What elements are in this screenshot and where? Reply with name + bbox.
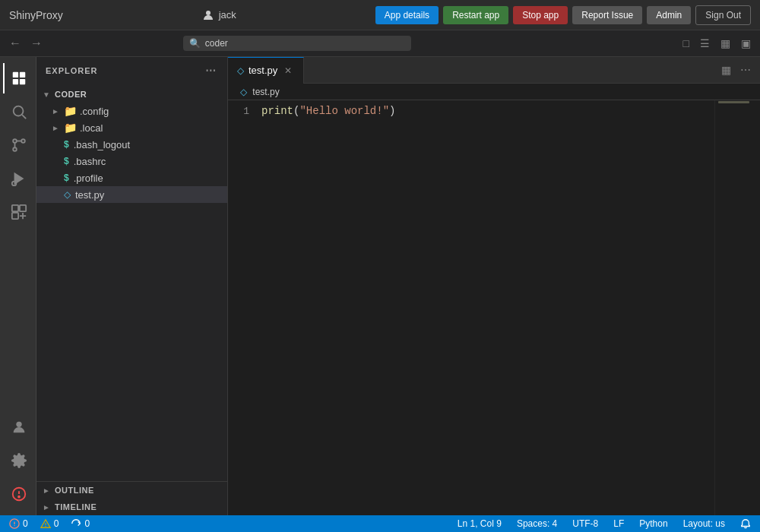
svg-point-8 <box>21 139 25 143</box>
account-icon <box>11 419 27 435</box>
svg-rect-1 <box>12 72 17 78</box>
config-folder[interactable]: ► 📁 .config <box>36 103 227 119</box>
app-details-button[interactable]: App details <box>375 6 439 24</box>
svg-rect-3 <box>12 79 17 84</box>
layout-setting[interactable]: Layout: us <box>680 515 728 532</box>
breadcrumb-file-label: test.py <box>252 87 279 97</box>
search-input[interactable] <box>205 38 405 49</box>
local-folder[interactable]: ► 📁 .local <box>36 119 227 136</box>
breadcrumb-file[interactable]: ◇ test.py <box>240 87 280 97</box>
status-left: 0 0 0 <box>6 515 93 532</box>
bash-logout-file[interactable]: $ .bash_logout <box>36 136 227 153</box>
error-status-icon <box>9 518 20 529</box>
py-file-icon: ◇ <box>64 189 71 200</box>
toggle-sidebar-icon[interactable]: ☰ <box>697 36 713 51</box>
status-sync[interactable]: 0 <box>68 515 93 532</box>
profile-file[interactable]: $ .profile <box>36 169 227 186</box>
test-py-file[interactable]: ◇ test.py <box>36 186 227 203</box>
settings-icon <box>11 452 27 469</box>
cursor-position[interactable]: Ln 1, Col 9 <box>454 515 505 532</box>
bell-icon <box>740 518 751 529</box>
back-arrow[interactable]: ← <box>6 36 24 51</box>
error-indicator[interactable] <box>3 479 33 509</box>
test-py-tab[interactable]: ◇ test.py ✕ <box>228 57 304 84</box>
layout-text: Layout: us <box>683 518 725 529</box>
timeline-section[interactable]: ► TIMELINE <box>36 499 227 515</box>
search-icon <box>11 103 27 120</box>
config-label: .config <box>80 106 109 117</box>
user-icon <box>202 9 214 21</box>
config-chevron-icon: ► <box>52 107 61 116</box>
user-info: jack <box>202 9 236 21</box>
admin-button[interactable]: Admin <box>647 6 691 24</box>
sidebar-bottom: ► OUTLINE ► TIMELINE <box>36 481 227 515</box>
outline-section[interactable]: ► OUTLINE <box>36 482 227 499</box>
tab-py-icon: ◇ <box>237 65 244 76</box>
username: jack <box>219 9 236 21</box>
report-issue-button[interactable]: Report Issue <box>572 6 642 24</box>
folder-icon: 📁 <box>64 122 77 134</box>
more-tab-options-icon[interactable]: ⋯ <box>737 61 754 79</box>
bash-logout-icon: $ <box>64 139 69 150</box>
bashrc-label: .bashrc <box>74 156 106 167</box>
local-chevron-icon: ► <box>52 124 61 132</box>
spaces-setting[interactable]: Spaces: 4 <box>514 515 560 532</box>
line-ending-setting[interactable]: LF <box>610 515 627 532</box>
search-bar[interactable]: 🔍 <box>183 36 411 51</box>
test-py-label: test.py <box>75 189 104 201</box>
status-right: Ln 1, Col 9 Spaces: 4 UTF-8 LF Python La… <box>454 515 754 532</box>
minimap-line-1 <box>718 101 749 103</box>
source-control-icon <box>11 137 27 154</box>
settings-activity-item[interactable] <box>3 445 33 476</box>
status-errors[interactable]: 0 <box>6 515 31 532</box>
local-label: .local <box>80 122 103 134</box>
tab-close-icon[interactable]: ✕ <box>282 65 294 77</box>
code-content[interactable]: print("Hello world!") <box>258 100 714 515</box>
restart-app-button[interactable]: Restart app <box>443 6 508 24</box>
timeline-label: TIMELINE <box>55 502 97 511</box>
main-layout: EXPLORER ⋯ ▼ CODER ► 📁 .config ► 📁 <box>0 57 760 515</box>
breadcrumb-py-icon: ◇ <box>240 87 247 97</box>
svg-rect-4 <box>19 79 24 84</box>
app-name: ShinyProxy <box>9 9 63 21</box>
sign-out-button[interactable]: Sign Out <box>695 5 751 25</box>
tab-bar-right: ▦ ⋯ <box>718 61 760 79</box>
sidebar-header: EXPLORER ⋯ <box>36 57 227 84</box>
stop-app-button[interactable]: Stop app <box>513 6 568 24</box>
nav-arrows: ← → <box>6 36 46 51</box>
root-folder-name: CODER <box>55 90 87 99</box>
tab-bar: ◇ test.py ✕ ▦ ⋯ <box>228 57 760 84</box>
search-activity-item[interactable] <box>3 97 33 127</box>
code-editor[interactable]: 1 print("Hello world!") <box>228 100 760 515</box>
svg-point-15 <box>16 422 21 427</box>
explorer-label: EXPLORER <box>46 66 98 75</box>
encoding-setting[interactable]: UTF-8 <box>569 515 601 532</box>
explorer-activity-item[interactable] <box>3 63 33 93</box>
profile-icon: $ <box>64 173 69 183</box>
bashrc-file[interactable]: $ .bashrc <box>36 153 227 169</box>
account-activity-item[interactable] <box>3 412 33 442</box>
svg-point-18 <box>18 496 20 498</box>
profile-label: .profile <box>74 173 103 184</box>
editor-layout-icon[interactable]: ▦ <box>717 36 733 51</box>
forward-arrow[interactable]: → <box>27 36 46 51</box>
breadcrumb: ◇ test.py <box>228 84 760 100</box>
editor-area: ◇ test.py ✕ ▦ ⋯ ◇ test.py 1 print(" <box>228 57 760 515</box>
language-setting[interactable]: Python <box>636 515 670 532</box>
coder-root[interactable]: ▼ CODER <box>36 86 227 103</box>
line-numbers: 1 <box>228 100 258 515</box>
extensions-activity-item[interactable] <box>3 197 33 227</box>
run-debug-activity-item[interactable] <box>3 163 33 194</box>
split-editor-icon[interactable]: □ <box>680 36 692 51</box>
activity-bar <box>0 57 36 515</box>
split-editor-right-icon[interactable]: ▦ <box>718 61 734 79</box>
sidebar: EXPLORER ⋯ ▼ CODER ► 📁 .config ► 📁 <box>36 57 228 515</box>
line-number-1: 1 <box>234 103 249 119</box>
customize-layout-icon[interactable]: ▣ <box>738 36 754 51</box>
top-bar-actions: App details Restart app Stop app Report … <box>375 5 751 25</box>
status-warnings[interactable]: 0 <box>37 515 62 532</box>
minimap <box>714 100 760 515</box>
source-control-activity-item[interactable] <box>3 130 33 160</box>
more-options-icon[interactable]: ⋯ <box>204 63 218 78</box>
notifications-icon[interactable] <box>737 515 754 532</box>
